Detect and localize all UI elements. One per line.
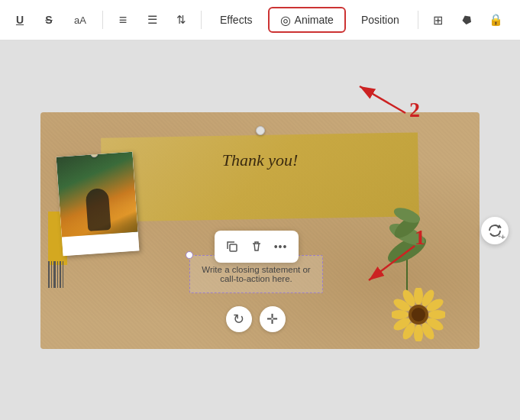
align-button[interactable]: ≡: [111, 8, 135, 32]
underline-button[interactable]: U: [8, 8, 32, 32]
position-button[interactable]: Position: [350, 7, 410, 33]
person-silhouette: [86, 188, 111, 231]
lock-icon[interactable]: 🔒: [484, 8, 509, 32]
svg-rect-3: [48, 261, 50, 288]
barcode-deco: [48, 261, 65, 288]
plant-decoration: [376, 189, 438, 296]
magic-wand-icon[interactable]: ⬟: [450, 2, 484, 37]
effects-label: Effects: [220, 14, 253, 26]
svg-point-17: [428, 310, 445, 319]
copy-element-button[interactable]: [221, 235, 244, 258]
polaroid-image: [57, 151, 138, 237]
svg-point-20: [414, 325, 423, 341]
position-label: Position: [361, 14, 399, 26]
svg-rect-6: [57, 261, 58, 288]
sunflower-decoration: [392, 288, 445, 341]
yellow-banner: [101, 132, 419, 221]
refresh-button[interactable]: + +: [481, 217, 509, 244]
move-button[interactable]: ✛: [260, 306, 286, 332]
divider-3: [418, 11, 418, 29]
canvas-area: 2 Thank you!: [0, 40, 520, 420]
svg-line-1: [360, 86, 405, 113]
font-size-button[interactable]: aA: [66, 8, 95, 32]
svg-rect-5: [53, 261, 56, 288]
divider-1: [102, 11, 103, 29]
animate-label: Animate: [295, 14, 334, 26]
svg-point-23: [392, 310, 409, 319]
thankyou-text: Thank you!: [222, 150, 299, 170]
svg-rect-28: [230, 244, 237, 251]
list-button[interactable]: ☰: [140, 8, 164, 32]
toolbar: U S aA ≡ ☰ ⇅ Effects ◎ Animate Position …: [0, 0, 520, 40]
grid-icon[interactable]: ⊞: [426, 8, 451, 32]
resize-handle-tl[interactable]: [186, 251, 193, 259]
design-card: Thank you!: [40, 112, 480, 349]
animate-icon: ◎: [280, 13, 291, 27]
effects-button[interactable]: Effects: [209, 7, 263, 33]
polaroid-photo-frame: [57, 151, 140, 256]
text-placeholder: Write a closing statement or call-to-act…: [196, 265, 316, 283]
pin-icon: [256, 126, 265, 135]
svg-point-14: [414, 288, 423, 305]
more-options-button[interactable]: •••: [270, 235, 292, 258]
list-ordered-button[interactable]: ⇅: [169, 8, 193, 32]
strikethrough-button[interactable]: S: [37, 8, 61, 32]
svg-rect-7: [60, 261, 61, 288]
divider-2: [201, 11, 202, 29]
bottom-controls: ↻ ✛: [226, 306, 286, 332]
element-toolbar: •••: [215, 231, 299, 263]
rotate-button[interactable]: ↻: [226, 306, 252, 332]
svg-rect-4: [51, 261, 52, 288]
svg-point-27: [412, 308, 425, 321]
svg-rect-8: [63, 261, 63, 288]
animate-button[interactable]: ◎ Animate: [268, 7, 346, 33]
delete-element-button[interactable]: [245, 235, 268, 258]
